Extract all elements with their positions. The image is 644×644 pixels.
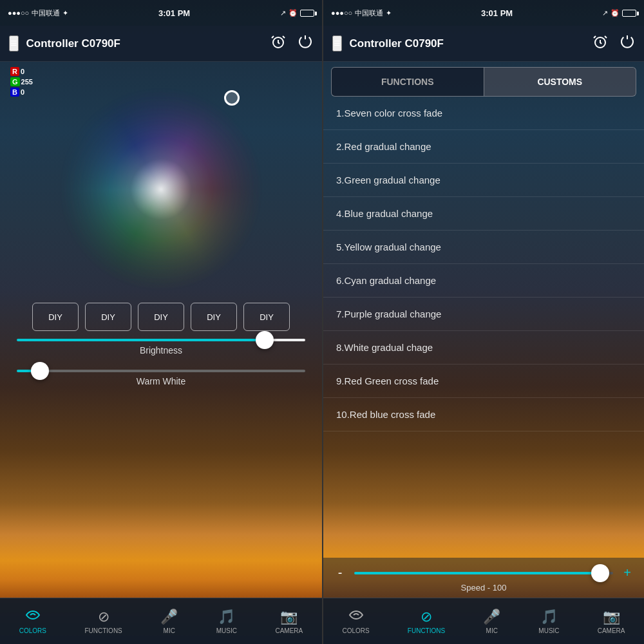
diy-button-2[interactable]: DIY — [85, 303, 131, 331]
function-text-10: 10.Red blue cross fade — [336, 409, 435, 420]
menu-button-left[interactable]: ≡ — [9, 35, 19, 52]
color-selector-handle — [224, 90, 240, 106]
diy-buttons-row: DIY DIY DIY DIY DIY — [32, 303, 290, 331]
nav-label-music-left: MUSIC — [216, 627, 237, 634]
warm-white-slider-section: Warm White — [10, 370, 312, 393]
function-item-1[interactable]: 1.Seven color cross fade — [323, 97, 644, 130]
battery-icon-right — [622, 10, 636, 17]
header-title-left: Controller C0790F — [26, 37, 270, 50]
menu-button-right[interactable]: ≡ — [332, 35, 342, 52]
brightness-slider-section: Brightness — [10, 339, 312, 362]
alarm-status-icon-right: ⏰ — [611, 9, 620, 17]
function-item-7[interactable]: 7.Purple gradual change — [323, 298, 644, 331]
warm-white-thumb[interactable] — [31, 362, 49, 380]
speed-slider-section: - + Speed - 100 — [323, 558, 644, 598]
carrier-right: ●●●○○ 中国联通 ✦ — [331, 8, 392, 18]
brightness-track[interactable] — [17, 339, 305, 341]
music-icon-right: 🎵 — [540, 609, 558, 625]
function-item-10[interactable]: 10.Red blue cross fade — [323, 398, 644, 431]
functions-list: 1.Seven color cross fade 2.Red gradual c… — [323, 97, 644, 558]
color-wheel-container[interactable] — [58, 86, 264, 292]
speed-row: - + — [332, 565, 635, 580]
header-title-right: Controller C0790F — [350, 37, 592, 50]
colors-icon-right — [348, 609, 364, 625]
bottom-nav-left: COLORS ⊘ FUNCTIONS 🎤 MIC 🎵 MUSIC 📷 CAMER… — [0, 598, 322, 644]
tab-functions[interactable]: FUNCTIONS — [332, 68, 484, 96]
brightness-thumb[interactable] — [256, 331, 274, 349]
function-item-3[interactable]: 3.Green gradual change — [323, 164, 644, 197]
app-header-left: ≡ Controller C0790F — [0, 26, 322, 62]
b-value: 0 — [21, 88, 24, 96]
time-right: 3:01 PM — [481, 8, 513, 18]
function-text-9: 9.Red Green cross fade — [336, 375, 439, 386]
wifi-icon: ✦ — [62, 9, 68, 17]
color-picker-section: R 0 G 255 B 0 DIY DIY DIY DIY DIY — [0, 62, 322, 598]
nav-camera-right[interactable]: 📷 CAMERA — [592, 606, 630, 637]
function-item-6[interactable]: 6.Cyan gradual change — [323, 264, 644, 298]
diy-button-3[interactable]: DIY — [138, 303, 184, 331]
function-item-2[interactable]: 2.Red gradual change — [323, 130, 644, 164]
nav-label-mic-left: MIC — [164, 627, 175, 634]
function-item-4[interactable]: 4.Blue gradual change — [323, 197, 644, 231]
carrier-name-right: 中国联通 — [355, 8, 383, 18]
nav-colors-right[interactable]: COLORS — [337, 606, 375, 637]
function-item-9[interactable]: 9.Red Green cross fade — [323, 365, 644, 398]
functions-icon-left: ⊘ — [98, 609, 109, 625]
warm-white-track[interactable] — [17, 370, 305, 372]
mic-icon-left: 🎤 — [160, 609, 178, 625]
tab-customs[interactable]: CUSTOMS — [484, 68, 636, 96]
function-item-5[interactable]: 5.Yellow gradual change — [323, 231, 644, 264]
header-icons-left — [270, 34, 313, 53]
rgb-labels: R 0 G 255 B 0 — [10, 67, 33, 97]
time-left: 3:01 PM — [158, 8, 190, 18]
nav-music-right[interactable]: 🎵 MUSIC — [533, 606, 564, 637]
r-label-row: R 0 — [10, 67, 33, 76]
g-label-row: G 255 — [10, 77, 33, 86]
nav-mic-left[interactable]: 🎤 MIC — [155, 606, 183, 637]
nav-mic-right[interactable]: 🎤 MIC — [478, 606, 506, 637]
nav-label-functions-left: FUNCTIONS — [84, 627, 122, 634]
arrow-icon: ↗ — [280, 9, 286, 17]
diy-button-4[interactable]: DIY — [191, 303, 237, 331]
nav-functions-right[interactable]: ⊘ FUNCTIONS — [402, 606, 450, 637]
nav-music-left[interactable]: 🎵 MUSIC — [211, 606, 242, 637]
alarm-button-right[interactable] — [592, 34, 608, 53]
camera-icon-right: 📷 — [603, 609, 620, 625]
function-text-2: 2.Red gradual change — [336, 141, 431, 152]
tab-bar: FUNCTIONS CUSTOMS — [331, 67, 636, 97]
nav-label-camera-left: CAMERA — [275, 627, 303, 634]
function-text-1: 1.Seven color cross fade — [336, 108, 442, 118]
power-button-right[interactable] — [620, 34, 635, 53]
function-text-3: 3.Green gradual change — [336, 175, 440, 185]
nav-functions-left[interactable]: ⊘ FUNCTIONS — [79, 606, 127, 637]
speed-thumb[interactable] — [591, 564, 609, 582]
diy-button-5[interactable]: DIY — [243, 303, 290, 331]
nav-label-functions-right: FUNCTIONS — [408, 627, 445, 634]
function-text-4: 4.Blue gradual change — [336, 208, 433, 219]
carrier-name: 中国联通 — [32, 8, 60, 18]
nav-label-mic-right: MIC — [486, 627, 498, 634]
function-item-8[interactable]: 8.White gradual chage — [323, 331, 644, 365]
speed-minus-button[interactable]: - — [332, 565, 348, 580]
speed-track[interactable] — [354, 572, 613, 574]
function-text-7: 7.Purple gradual change — [336, 308, 441, 319]
nav-colors-left[interactable]: COLORS — [14, 606, 52, 637]
nav-label-music-right: MUSIC — [538, 627, 559, 634]
status-right-left: ↗ ⏰ — [280, 9, 314, 17]
g-value: 255 — [21, 78, 33, 86]
alarm-button-left[interactable] — [270, 34, 286, 53]
nav-label-colors-left: COLORS — [19, 627, 46, 634]
header-icons-right — [592, 34, 635, 53]
power-button-left[interactable] — [298, 34, 313, 53]
diy-button-1[interactable]: DIY — [32, 303, 79, 331]
carrier-left: ●●●○○ 中国联通 ✦ — [8, 8, 68, 18]
app-header-right: ≡ Controller C0790F — [323, 26, 644, 62]
status-right-right: ↗ ⏰ — [602, 9, 636, 17]
r-value: 0 — [21, 68, 24, 75]
speed-plus-button[interactable]: + — [620, 565, 635, 580]
nav-camera-left[interactable]: 📷 CAMERA — [270, 606, 308, 637]
alarm-status-icon: ⏰ — [289, 9, 298, 17]
g-label: G — [10, 77, 20, 86]
color-wheel[interactable] — [58, 86, 264, 292]
function-text-5: 5.Yellow gradual change — [336, 242, 441, 252]
